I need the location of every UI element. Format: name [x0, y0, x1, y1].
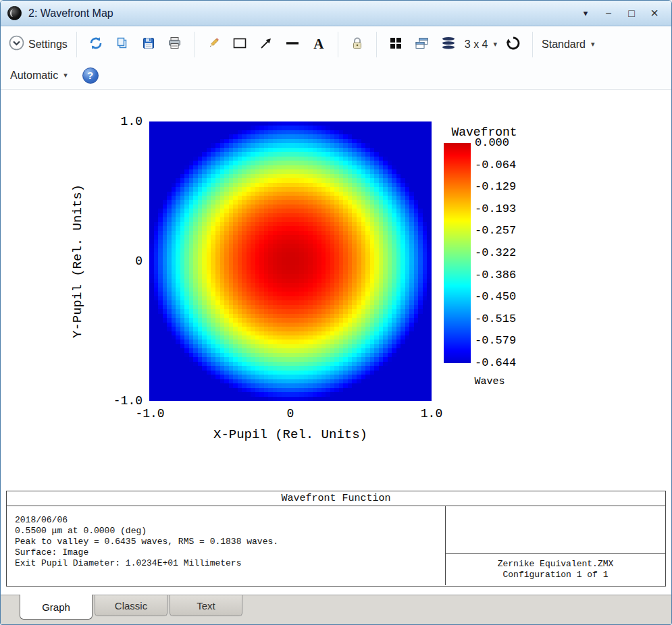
standard-label: Standard	[542, 38, 586, 51]
automatic-dropdown[interactable]: Automatic ▾	[10, 70, 68, 82]
settings-button[interactable]: Settings	[9, 35, 68, 53]
secondary-toolbar: Automatic ▾ ?	[1, 61, 671, 90]
colorbar-tick: -0.064	[475, 159, 516, 172]
colorbar-tick: -0.322	[475, 246, 516, 260]
plot-area: Y-Pupil (Rel. Units) 1.0 0 -1.0 -1.0 0 1…	[1, 90, 671, 491]
info-line: 2018/06/06	[15, 515, 437, 526]
tab-label: Text	[197, 600, 215, 612]
colorbar-tick: -0.515	[475, 312, 516, 326]
lens-file-name: Zernike Equivalent.ZMX	[446, 559, 665, 570]
x-tick: -1.0	[135, 407, 164, 420]
colorbar-tick: -0.257	[475, 224, 516, 238]
window-title: 2: Wavefront Map	[28, 7, 113, 20]
refresh-button[interactable]	[86, 32, 106, 57]
pencil-icon	[207, 36, 220, 53]
toolbar-separator	[76, 32, 77, 57]
draw-line-pencil-button[interactable]	[203, 32, 224, 57]
settings-expander-icon	[9, 35, 24, 53]
text-icon: A	[313, 36, 324, 53]
lock-icon	[352, 36, 363, 53]
info-line: 0.5500 μm at 0.0000 (deg)	[15, 526, 437, 537]
minimize-button[interactable]: −	[598, 5, 619, 22]
line-icon	[286, 37, 299, 52]
rotate-button[interactable]	[503, 32, 523, 57]
colorbar-tick: 0.000	[475, 136, 516, 150]
copy-icon	[115, 36, 129, 53]
analysis-summary: 2018/06/06 0.5500 μm at 0.0000 (deg) Pea…	[7, 506, 445, 585]
colorbar-unit: Waves	[449, 376, 530, 387]
info-panel-header: Wavefront Function	[7, 491, 665, 506]
view-tabbar: Graph Classic Text	[1, 595, 671, 624]
toolbar-separator	[532, 32, 533, 57]
x-axis-label: X-Pupil (Rel. Units)	[213, 427, 367, 442]
file-info-cell: Zernike Equivalent.ZMX Configuration 1 o…	[445, 506, 665, 585]
info-line: Peak to valley = 0.6435 waves, RMS = 0.1…	[15, 537, 437, 547]
colorbar-canvas	[444, 143, 471, 363]
help-icon: ?	[87, 70, 93, 81]
info-line: Exit Pupil Diameter: 1.0234E+01 Millimet…	[15, 558, 437, 569]
chevron-down-icon: ▾	[63, 71, 68, 80]
draw-line-button[interactable]	[282, 32, 303, 57]
wavefront-map-window: 2: Wavefront Map ▾ − □ × Settings	[0, 0, 672, 625]
toolbar-separator	[338, 32, 338, 57]
toolbar-separator	[194, 32, 195, 57]
help-button[interactable]: ?	[82, 67, 99, 84]
y-tick: 0	[95, 254, 143, 268]
grid-layout-dropdown[interactable]: 3 x 4 ▾	[465, 38, 497, 51]
file-info-empty-cell	[446, 506, 665, 554]
maximize-button[interactable]: □	[621, 5, 642, 22]
layers-icon	[441, 36, 456, 53]
info-panel-body: 2018/06/06 0.5500 μm at 0.0000 (deg) Pea…	[7, 506, 665, 585]
settings-label: Settings	[28, 38, 68, 51]
chevron-down-icon: ▾	[591, 40, 595, 49]
colorbar-tick: -0.386	[475, 269, 516, 282]
automatic-label: Automatic	[10, 70, 58, 82]
add-text-button[interactable]: A	[309, 32, 329, 57]
tile-windows-icon	[415, 36, 429, 53]
colorbar-tick: -0.129	[475, 180, 516, 194]
tab-text[interactable]: Text	[170, 595, 242, 616]
info-line: Surface: Image	[15, 547, 437, 558]
colorbar-tick: -0.579	[475, 334, 516, 348]
draw-arrow-button[interactable]	[256, 32, 276, 57]
configuration-label: Configuration 1 of 1	[446, 570, 665, 580]
lock-button[interactable]	[347, 32, 367, 57]
info-panel: Wavefront Function 2018/06/06 0.5500 μm …	[6, 491, 666, 587]
x-tick: 1.0	[421, 407, 442, 420]
y-tick: -1.0	[95, 394, 143, 408]
x-tick: 0	[287, 407, 294, 420]
refresh-icon	[88, 36, 103, 53]
split-grid-icon	[389, 36, 403, 53]
tab-classic[interactable]: Classic	[95, 595, 167, 616]
print-button[interactable]	[165, 32, 185, 57]
colorbar-scale: 0.000 -0.064 -0.129 -0.193 -0.257 -0.322…	[475, 136, 516, 370]
tab-label: Graph	[42, 601, 70, 613]
tile-windows-button[interactable]	[412, 32, 432, 57]
toolbar-separator	[376, 32, 377, 57]
titlebar[interactable]: 2: Wavefront Map ▾ − □ ×	[1, 1, 671, 26]
rotate-icon	[506, 36, 521, 53]
draw-rectangle-button[interactable]	[230, 32, 250, 57]
colorbar-tick: -0.193	[475, 202, 516, 216]
tab-graph[interactable]: Graph	[20, 595, 93, 620]
save-button[interactable]	[138, 32, 159, 57]
wavefront-map-canvas	[149, 121, 432, 401]
standard-dropdown[interactable]: Standard ▾	[542, 38, 594, 51]
window-controls: ▾ − □ ×	[575, 5, 665, 22]
copy-button[interactable]	[112, 32, 132, 57]
split-window-button[interactable]	[386, 32, 406, 57]
grid-layout-label: 3 x 4	[465, 38, 488, 51]
print-icon	[167, 36, 182, 53]
arrow-icon	[259, 36, 273, 53]
tab-label: Classic	[115, 600, 147, 612]
colorbar-tick: -0.450	[475, 290, 516, 304]
window-menu-button[interactable]: ▾	[575, 5, 596, 22]
colorbar-tick: -0.644	[475, 356, 516, 370]
y-axis-label: Y-Pupil (Rel. Units)	[70, 184, 85, 338]
save-icon	[142, 36, 155, 53]
y-tick: 1.0	[95, 115, 143, 128]
close-button[interactable]: ×	[644, 5, 665, 22]
surfaces-layers-button[interactable]	[438, 32, 459, 57]
chevron-down-icon: ▾	[494, 40, 498, 49]
main-toolbar: Settings	[1, 27, 671, 61]
